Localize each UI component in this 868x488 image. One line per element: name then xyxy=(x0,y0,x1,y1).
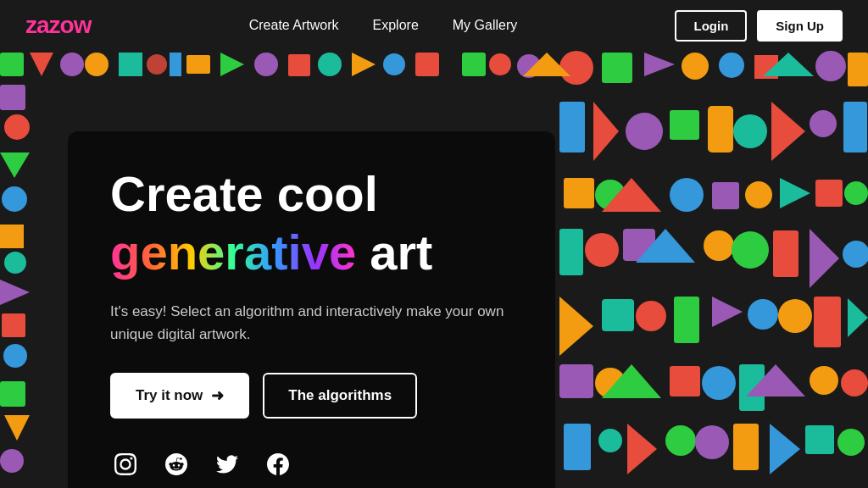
svg-point-29 xyxy=(4,252,26,274)
svg-marker-71 xyxy=(848,298,868,337)
hero-description: It's easy! Select an algorithm and inter… xyxy=(110,300,513,346)
svg-point-53 xyxy=(844,181,868,205)
svg-marker-87 xyxy=(770,424,800,474)
svg-rect-64 xyxy=(602,299,634,331)
svg-rect-84 xyxy=(665,425,696,456)
svg-rect-27 xyxy=(2,186,27,212)
svg-marker-61 xyxy=(810,229,839,288)
svg-point-80 xyxy=(841,369,868,396)
svg-rect-7 xyxy=(186,55,210,74)
login-button[interactable]: Login xyxy=(675,10,747,42)
svg-rect-70 xyxy=(814,297,841,347)
svg-point-18 xyxy=(682,53,709,80)
reddit-icon[interactable] xyxy=(161,449,192,480)
svg-rect-79 xyxy=(810,366,838,395)
navigation: zazow Create Artwork Explore My Gallery … xyxy=(0,0,868,51)
svg-point-2 xyxy=(60,53,84,76)
svg-point-85 xyxy=(695,425,729,459)
hero-art-text: art xyxy=(356,225,432,280)
svg-rect-40 xyxy=(708,106,733,152)
svg-marker-17 xyxy=(644,53,675,76)
nav-link-explore[interactable]: Explore xyxy=(373,18,419,33)
svg-marker-26 xyxy=(0,152,30,178)
svg-rect-23 xyxy=(848,53,868,86)
nav-buttons: Login Sign Up xyxy=(675,10,843,42)
svg-rect-19 xyxy=(719,53,744,78)
svg-rect-33 xyxy=(0,381,25,407)
svg-point-65 xyxy=(636,301,666,331)
svg-rect-43 xyxy=(810,110,837,137)
hero-title-line1: Create cool xyxy=(110,169,513,219)
svg-point-15 xyxy=(559,51,593,85)
svg-point-25 xyxy=(4,114,30,140)
svg-rect-10 xyxy=(288,54,310,76)
svg-point-55 xyxy=(585,233,619,267)
nav-links: Create Artwork Explore My Gallery xyxy=(249,18,518,33)
svg-marker-63 xyxy=(559,297,593,356)
svg-point-41 xyxy=(733,114,767,148)
svg-rect-28 xyxy=(0,225,24,248)
hero-title-line2: generative art xyxy=(110,225,513,280)
svg-rect-72 xyxy=(559,364,593,398)
svg-rect-58 xyxy=(704,230,734,261)
svg-rect-88 xyxy=(805,425,834,454)
svg-rect-6 xyxy=(170,53,181,76)
try-it-now-label: Try it now xyxy=(136,387,203,404)
svg-rect-39 xyxy=(670,110,699,140)
svg-point-32 xyxy=(3,344,27,368)
social-icons xyxy=(110,449,513,480)
svg-marker-67 xyxy=(712,297,743,327)
svg-marker-1 xyxy=(30,53,53,76)
svg-point-13 xyxy=(383,53,405,75)
svg-rect-66 xyxy=(674,297,699,343)
hero-card: Create cool generative art It's easy! Se… xyxy=(68,131,555,488)
logo-text-main: zazo xyxy=(25,12,74,38)
svg-rect-35 xyxy=(0,449,24,473)
svg-marker-51 xyxy=(780,178,810,208)
svg-rect-86 xyxy=(733,424,759,470)
svg-rect-4 xyxy=(119,53,142,76)
twitter-icon[interactable] xyxy=(212,449,242,480)
facebook-icon[interactable] xyxy=(263,449,293,480)
svg-point-59 xyxy=(732,231,769,269)
svg-marker-83 xyxy=(627,424,657,474)
instagram-icon[interactable] xyxy=(110,449,141,480)
svg-marker-12 xyxy=(352,53,376,76)
nav-link-my-gallery[interactable]: My Gallery xyxy=(453,18,517,33)
svg-marker-34 xyxy=(4,415,30,441)
svg-rect-49 xyxy=(712,182,739,209)
svg-rect-3 xyxy=(85,53,108,76)
svg-rect-54 xyxy=(559,229,583,275)
svg-point-38 xyxy=(626,113,663,150)
svg-point-91 xyxy=(489,53,511,75)
svg-point-22 xyxy=(815,51,846,81)
svg-rect-11 xyxy=(318,53,342,76)
svg-marker-37 xyxy=(593,102,619,161)
svg-point-82 xyxy=(598,429,622,452)
svg-rect-44 xyxy=(843,102,867,152)
svg-rect-75 xyxy=(670,366,700,396)
hero-generative-text: generative xyxy=(110,225,356,280)
svg-rect-81 xyxy=(564,424,591,470)
svg-marker-42 xyxy=(771,102,805,161)
try-it-now-button[interactable]: Try it now ➜ xyxy=(110,373,249,419)
svg-point-50 xyxy=(745,181,772,208)
logo[interactable]: zazow xyxy=(25,12,91,39)
svg-rect-90 xyxy=(462,53,486,76)
svg-marker-8 xyxy=(220,53,244,76)
svg-rect-14 xyxy=(415,53,439,76)
algorithms-button[interactable]: The algorithms xyxy=(263,373,417,419)
svg-point-5 xyxy=(147,54,167,75)
svg-rect-45 xyxy=(564,178,594,208)
svg-rect-0 xyxy=(0,53,24,76)
svg-rect-60 xyxy=(773,230,798,277)
svg-rect-16 xyxy=(602,53,632,83)
svg-rect-9 xyxy=(254,53,278,76)
svg-rect-24 xyxy=(0,85,25,110)
svg-rect-36 xyxy=(559,102,585,152)
nav-link-create-artwork[interactable]: Create Artwork xyxy=(249,18,339,33)
svg-rect-52 xyxy=(815,180,843,207)
svg-marker-30 xyxy=(0,280,30,305)
svg-rect-48 xyxy=(670,178,704,212)
signup-button[interactable]: Sign Up xyxy=(757,10,843,42)
